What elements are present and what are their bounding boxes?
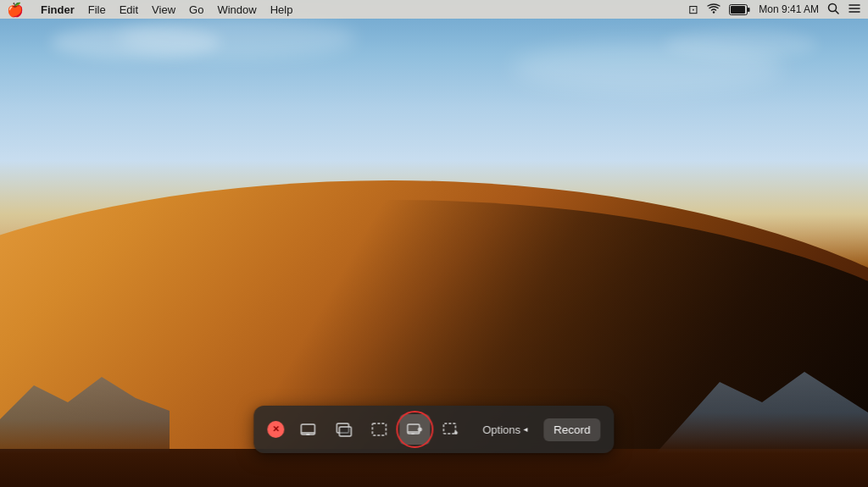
screenshot-toolbar: ✕	[253, 406, 614, 453]
view-menu[interactable]: View	[152, 3, 175, 16]
options-chevron-icon: ▾	[521, 428, 531, 432]
svg-point-19	[454, 431, 458, 434]
options-label: Options	[482, 423, 520, 436]
wifi-icon[interactable]	[707, 3, 721, 16]
options-button[interactable]: Options ▾	[474, 418, 537, 441]
help-menu[interactable]: Help	[270, 3, 293, 16]
svg-rect-13	[372, 423, 386, 435]
ground	[0, 449, 868, 487]
svg-rect-12	[339, 427, 351, 436]
svg-rect-18	[443, 423, 455, 434]
svg-rect-16	[411, 434, 415, 435]
svg-rect-2	[748, 8, 750, 12]
close-button[interactable]: ✕	[267, 421, 284, 438]
capture-entire-screen-btn[interactable]	[292, 414, 323, 445]
svg-line-4	[836, 10, 839, 14]
airplay-icon[interactable]: ⊡	[688, 3, 698, 16]
edit-menu[interactable]: Edit	[120, 3, 138, 16]
window-menu[interactable]: Window	[217, 3, 256, 16]
svg-rect-10	[306, 434, 309, 435]
record-entire-screen-btn[interactable]	[399, 414, 430, 445]
cloud-2	[119, 17, 356, 59]
menubar-left: 🍎 Finder File Edit View Go Window Help	[7, 2, 688, 18]
record-selected-portion-btn[interactable]	[435, 414, 465, 445]
menubar: 🍎 Finder File Edit View Go Window Help ⊡	[0, 0, 868, 19]
close-icon: ✕	[272, 425, 279, 434]
spotlight-icon[interactable]	[827, 3, 839, 17]
finder-menu[interactable]: Finder	[41, 3, 75, 16]
record-label: Record	[554, 423, 591, 436]
cloud-4	[665, 30, 817, 59]
go-menu[interactable]: Go	[189, 3, 203, 16]
battery-icon[interactable]	[729, 4, 750, 15]
svg-point-17	[418, 428, 422, 432]
file-menu[interactable]: File	[88, 3, 106, 16]
capture-selected-window-btn[interactable]	[328, 414, 359, 445]
capture-selected-portion-btn[interactable]	[364, 414, 394, 445]
menubar-right: ⊡ Mon 9:41 AM	[688, 3, 861, 17]
datetime: Mon 9:41 AM	[759, 3, 819, 15]
svg-rect-1	[731, 6, 745, 14]
record-button[interactable]: Record	[543, 418, 601, 441]
apple-menu[interactable]: 🍎	[7, 2, 24, 18]
notification-icon[interactable]	[848, 3, 861, 17]
